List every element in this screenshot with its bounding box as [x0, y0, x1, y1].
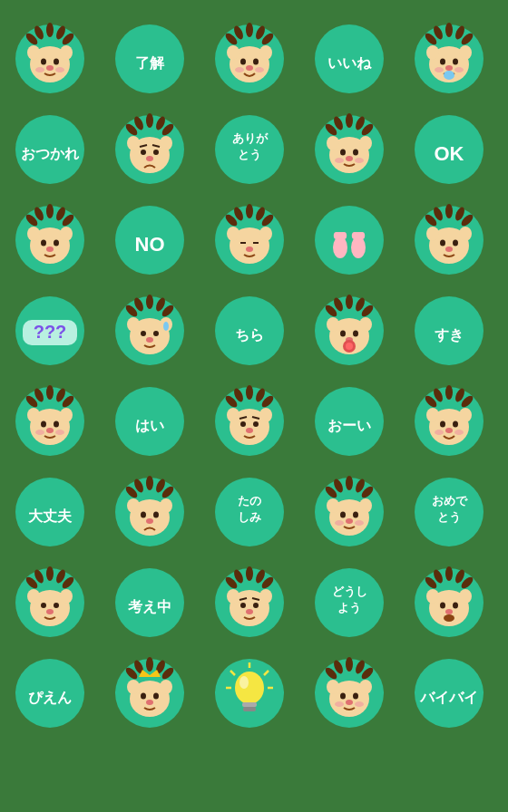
svg-text:???: ??? [34, 322, 67, 342]
emoji-cell-1[interactable]: 了解 [109, 18, 190, 100]
emoji-cell-14[interactable] [408, 199, 490, 281]
svg-point-74 [359, 136, 372, 150]
svg-text:ちら: ちら [235, 327, 264, 343]
emoji-cell-15[interactable]: ??? [9, 290, 91, 372]
emoji-cell-27[interactable]: たのしみ [209, 471, 290, 553]
emoji-cell-38[interactable] [308, 652, 390, 734]
emoji-cell-20[interactable] [9, 381, 91, 462]
svg-text:了解: 了解 [135, 55, 165, 71]
svg-point-158 [327, 317, 339, 332]
svg-point-13 [55, 67, 64, 72]
svg-point-97 [246, 204, 253, 218]
emoji-cell-9[interactable]: OK [408, 109, 490, 190]
emoji-cell-18[interactable] [308, 290, 390, 372]
svg-point-226 [146, 518, 153, 524]
emoji-cell-35[interactable]: ぴえん [9, 652, 91, 734]
svg-point-190 [227, 408, 239, 422]
emoji-cell-23[interactable]: おーい [308, 381, 390, 462]
svg-point-12 [35, 67, 44, 72]
emoji-cell-26[interactable] [109, 471, 190, 553]
svg-point-83 [46, 204, 54, 218]
svg-point-25 [240, 59, 246, 65]
emoji-cell-28[interactable] [308, 471, 390, 553]
emoji-cell-0[interactable] [9, 18, 91, 100]
svg-text:はい: はい [135, 418, 164, 433]
emoji-cell-17[interactable]: ちら [209, 290, 290, 372]
emoji-cell-6[interactable] [109, 109, 190, 190]
svg-point-29 [255, 67, 264, 72]
emoji-cell-2[interactable] [209, 18, 290, 100]
svg-point-147 [146, 337, 153, 343]
svg-point-129 [459, 227, 472, 241]
svg-point-10 [54, 59, 59, 65]
emoji-cell-10[interactable] [9, 199, 91, 281]
emoji-cell-12[interactable] [209, 199, 290, 281]
emoji-cell-21[interactable]: はい [109, 381, 190, 462]
svg-point-45 [454, 67, 464, 72]
emoji-cell-25[interactable]: 大丈夫 [9, 471, 91, 553]
svg-point-289 [445, 609, 453, 614]
svg-point-50 [146, 113, 153, 128]
svg-point-115 [351, 237, 366, 258]
svg-point-9 [41, 59, 46, 65]
emoji-cell-4[interactable] [408, 18, 490, 100]
svg-point-328 [355, 701, 364, 707]
svg-point-109 [333, 237, 347, 258]
svg-point-28 [235, 67, 244, 72]
svg-point-90 [60, 227, 73, 241]
svg-point-103 [227, 227, 239, 241]
svg-rect-308 [242, 702, 257, 707]
emoji-cell-24[interactable] [408, 381, 490, 462]
svg-point-128 [426, 227, 439, 241]
svg-point-316 [346, 657, 353, 672]
svg-point-262 [246, 566, 253, 581]
svg-text:OK: OK [435, 142, 464, 165]
emoji-cell-19[interactable]: すき [408, 290, 490, 372]
emoji-cell-32[interactable] [209, 562, 290, 643]
svg-point-300 [127, 680, 140, 694]
svg-point-175 [60, 408, 73, 422]
emoji-cell-3[interactable]: いいね [308, 18, 390, 100]
svg-point-206 [426, 408, 439, 422]
svg-point-77 [346, 156, 353, 161]
svg-point-269 [259, 589, 272, 604]
svg-text:すき: すき [435, 327, 464, 343]
emoji-cell-8[interactable] [308, 109, 390, 190]
svg-point-1 [46, 23, 54, 37]
svg-point-145 [141, 331, 146, 336]
emoji-cell-36[interactable] [109, 652, 190, 734]
emoji-cell-30[interactable] [9, 562, 91, 643]
svg-point-91 [41, 240, 46, 246]
svg-point-255 [60, 589, 73, 604]
svg-point-146 [153, 331, 159, 336]
emoji-cell-29[interactable]: おめでとう [408, 471, 490, 553]
svg-point-176 [41, 421, 46, 428]
svg-point-212 [454, 430, 464, 435]
svg-point-17 [246, 23, 253, 37]
emoji-cell-13[interactable] [308, 199, 390, 281]
emoji-cell-5[interactable]: おつかれ [9, 109, 91, 190]
svg-point-42 [453, 59, 458, 65]
svg-point-168 [46, 385, 54, 400]
svg-point-159 [359, 317, 372, 332]
emoji-cell-34[interactable] [408, 562, 490, 643]
emoji-cell-11[interactable]: NO [109, 199, 190, 281]
emoji-cell-33[interactable]: どうしよう [308, 562, 390, 643]
emoji-cell-22[interactable] [209, 381, 290, 462]
svg-point-56 [127, 136, 140, 150]
svg-point-239 [340, 512, 346, 518]
emoji-cell-37[interactable] [209, 652, 290, 734]
svg-point-238 [359, 498, 372, 513]
emoji-cell-16[interactable] [109, 290, 190, 372]
emoji-cell-39[interactable]: バイバイ [408, 652, 490, 734]
svg-point-288 [453, 603, 458, 609]
emoji-cell-7[interactable]: ありがとう [209, 109, 290, 190]
svg-point-27 [246, 65, 253, 71]
svg-point-211 [435, 430, 444, 435]
svg-point-325 [353, 693, 358, 700]
svg-text:とう: とう [238, 148, 261, 161]
svg-point-326 [346, 700, 353, 705]
svg-point-268 [227, 589, 239, 604]
svg-point-122 [445, 204, 453, 218]
emoji-cell-31[interactable]: 考え中 [109, 562, 190, 643]
